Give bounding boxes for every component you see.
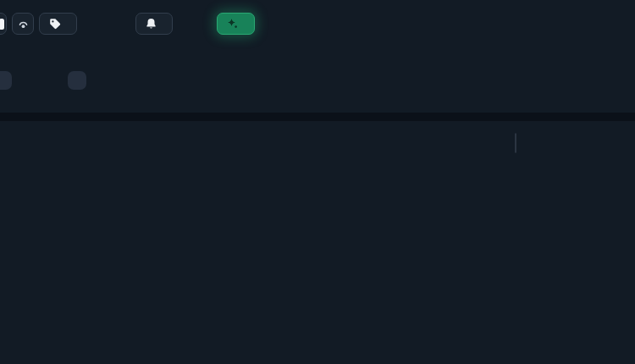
watch-button[interactable] — [12, 13, 34, 35]
clipped-icon — [0, 19, 4, 30]
tag-dex-trader[interactable] — [68, 71, 86, 90]
section-divider — [0, 113, 635, 121]
create-alert-button[interactable] — [135, 13, 173, 35]
tag-eth-millionaire[interactable] — [0, 71, 12, 90]
bell-icon — [146, 18, 157, 30]
tag-icon — [49, 18, 61, 30]
broadcast-icon — [17, 19, 30, 30]
clipped-left-button[interactable] — [0, 13, 7, 35]
x-axis — [0, 331, 635, 342]
manage-labels-button[interactable] — [39, 13, 77, 35]
deep-research-button[interactable] — [217, 13, 255, 35]
portfolio-area-chart[interactable] — [0, 174, 635, 327]
sparkles-icon — [227, 18, 239, 30]
time-range-selector — [515, 133, 516, 153]
chart-svg — [0, 174, 635, 327]
toolbar — [0, 13, 635, 35]
